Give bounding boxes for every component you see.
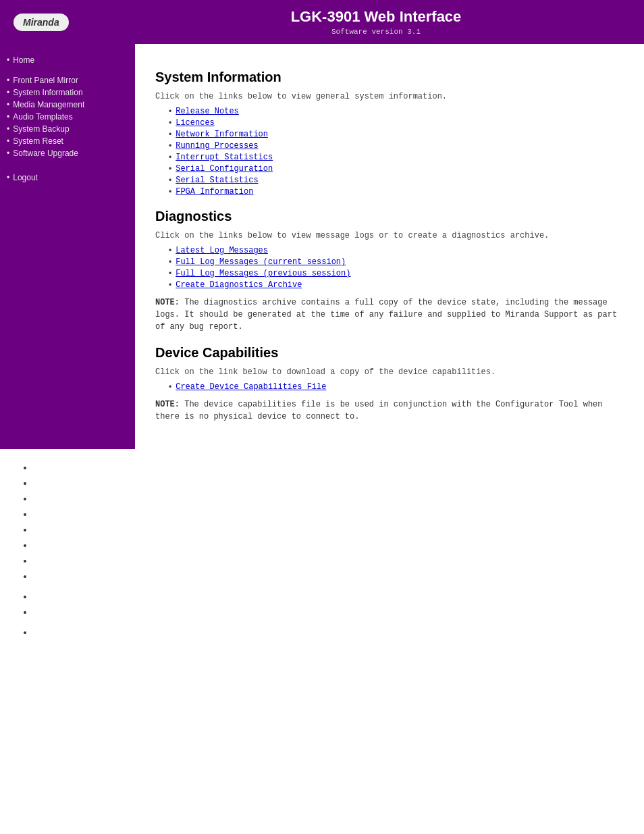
sidebar-item-logout[interactable]: • Logout (7, 172, 128, 184)
device-capabilities-title: Device Capabilities (155, 345, 624, 361)
diagnostics-desc: Click on the links below to view message… (155, 231, 624, 240)
list-item: Licences (169, 118, 624, 128)
bottom-bullet-list-1 (20, 463, 624, 581)
system-information-links: Release Notes Licences Network Informati… (169, 107, 624, 197)
sidebar-item-label: System Backup (13, 124, 69, 134)
diagnostics-title: Diagnostics (155, 209, 624, 224)
full-log-current-link[interactable]: Full Log Messages (current session) (176, 257, 346, 267)
sidebar-item-media-management[interactable]: • Media Management (7, 99, 128, 111)
header: Miranda LGK-3901 Web Interface Software … (0, 0, 644, 44)
diagnostics-links: Latest Log Messages Full Log Messages (c… (169, 246, 624, 290)
list-item: Latest Log Messages (169, 246, 624, 255)
list-item: Release Notes (169, 107, 624, 116)
bottom-bullet-list-2 (20, 592, 624, 617)
network-information-link[interactable]: Network Information (176, 130, 268, 139)
device-capabilities-note-text: The device capabilities file is be used … (155, 400, 603, 421)
list-item: Serial Statistics (169, 176, 624, 185)
device-capabilities-desc: Click on the link below to download a co… (155, 367, 624, 377)
list-item (34, 571, 624, 581)
list-item (34, 627, 624, 637)
sidebar-logout-section: • Logout (7, 172, 128, 184)
bullet-icon: • (7, 76, 9, 85)
serial-configuration-link[interactable]: Serial Configuration (176, 164, 273, 174)
system-information-title: System Information (155, 70, 624, 85)
interrupt-statistics-link[interactable]: Interrupt Statistics (176, 153, 273, 162)
bullet-icon: • (7, 88, 9, 97)
sidebar-item-system-reset[interactable]: • System Reset (7, 135, 128, 147)
sidebar-home-label: Home (13, 55, 34, 65)
sidebar-item-system-backup[interactable]: • System Backup (7, 123, 128, 135)
bullet-icon: • (7, 112, 9, 122)
latest-log-messages-link[interactable]: Latest Log Messages (176, 246, 268, 255)
main-layout: • Home • Front Panel Mirror • System Inf… (0, 44, 644, 449)
diagnostics-section: Diagnostics Click on the links below to … (155, 209, 624, 333)
sidebar-item-label: System Reset (13, 136, 63, 146)
create-diagnostics-archive-link[interactable]: Create Diagnostics Archive (176, 280, 302, 290)
sidebar-item-label: Audio Templates (13, 112, 73, 122)
list-item: Full Log Messages (previous session) (169, 269, 624, 278)
list-item (34, 592, 624, 602)
sidebar-home-section: • Home (7, 54, 128, 66)
miranda-logo: Miranda (14, 14, 69, 31)
list-item (34, 525, 624, 535)
sidebar-nav-section: • Front Panel Mirror • System Informatio… (7, 74, 128, 159)
list-item: Network Information (169, 130, 624, 139)
sidebar-item-label: Software Upgrade (13, 149, 78, 158)
release-notes-link[interactable]: Release Notes (176, 107, 239, 116)
fpga-information-link[interactable]: FPGA Information (176, 187, 253, 197)
bottom-bullet-list-3 (20, 627, 624, 637)
list-item (34, 494, 624, 504)
bullet-icon: • (7, 149, 9, 158)
bullet-icon: • (7, 124, 9, 134)
device-capabilities-note: NOTE: The device capabilities file is be… (155, 398, 624, 423)
bullet-icon: • (7, 55, 9, 65)
page-title: LGK-3901 Web Interface (122, 8, 630, 26)
list-item: Interrupt Statistics (169, 153, 624, 162)
list-item (34, 463, 624, 473)
sidebar-item-front-panel-mirror[interactable]: • Front Panel Mirror (7, 74, 128, 86)
list-item (34, 509, 624, 519)
note-label: NOTE: (155, 400, 180, 409)
sidebar-logout-label: Logout (13, 173, 38, 182)
full-log-previous-link[interactable]: Full Log Messages (previous session) (176, 269, 350, 278)
create-device-capabilities-link[interactable]: Create Device Capabilities File (176, 382, 326, 392)
software-version: Software version 3.1 (122, 28, 630, 36)
list-item: FPGA Information (169, 187, 624, 197)
device-capabilities-section: Device Capabilities Click on the link be… (155, 345, 624, 423)
bottom-bullets-area (0, 449, 644, 661)
serial-statistics-link[interactable]: Serial Statistics (176, 176, 258, 185)
list-item (34, 478, 624, 488)
list-item (34, 540, 624, 550)
bullet-icon: • (7, 100, 9, 109)
sidebar-item-audio-templates[interactable]: • Audio Templates (7, 111, 128, 123)
list-item: Full Log Messages (current session) (169, 257, 624, 267)
diagnostics-note: NOTE: The diagnostics archive contains a… (155, 296, 624, 333)
logo-area: Miranda (14, 14, 122, 31)
sidebar-item-label: Media Management (13, 100, 84, 109)
licences-link[interactable]: Licences (176, 118, 215, 128)
device-capabilities-links: Create Device Capabilities File (169, 382, 624, 392)
sidebar-item-system-information[interactable]: • System Information (7, 86, 128, 99)
list-item (34, 607, 624, 617)
sidebar: • Home • Front Panel Mirror • System Inf… (0, 44, 135, 449)
bullet-icon: • (7, 136, 9, 146)
list-item: Running Processes (169, 141, 624, 151)
sidebar-item-software-upgrade[interactable]: • Software Upgrade (7, 147, 128, 159)
bullet-icon: • (7, 173, 9, 182)
main-content: System Information Click on the links be… (135, 44, 644, 449)
list-item: Create Diagnostics Archive (169, 280, 624, 290)
system-information-section: System Information Click on the links be… (155, 70, 624, 197)
system-information-desc: Click on the links below to view general… (155, 92, 624, 101)
list-item: Serial Configuration (169, 164, 624, 174)
sidebar-item-label: Front Panel Mirror (13, 76, 78, 85)
header-title-area: LGK-3901 Web Interface Software version … (122, 8, 630, 36)
sidebar-item-label: System Information (13, 88, 82, 97)
running-processes-link[interactable]: Running Processes (176, 141, 258, 151)
sidebar-item-home[interactable]: • Home (7, 54, 128, 66)
list-item: Create Device Capabilities File (169, 382, 624, 392)
list-item (34, 556, 624, 566)
note-label: NOTE: (155, 298, 180, 307)
diagnostics-note-text: The diagnostics archive contains a full … (155, 298, 617, 332)
